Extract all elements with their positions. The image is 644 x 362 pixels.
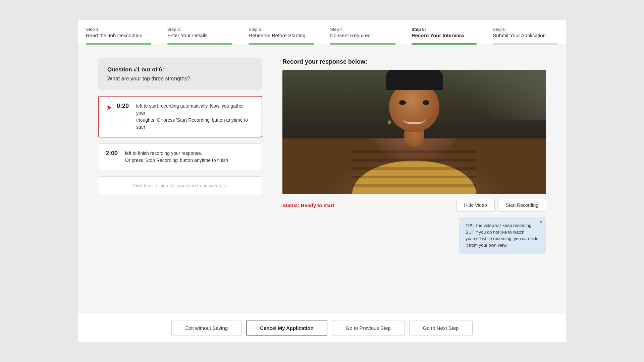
- cancel-application-button[interactable]: Cancel My Application: [246, 320, 327, 336]
- step-3-title: Rehearse Before Starting: [249, 33, 314, 42]
- tip-close-button[interactable]: ✕: [539, 220, 543, 224]
- svg-rect-1: [352, 150, 476, 153]
- person-body: [352, 140, 476, 194]
- step-6-title: Submit Your Application: [493, 33, 558, 42]
- skip-question-label: Click here to skip this question to answ…: [132, 183, 228, 188]
- step-5-bar: [412, 43, 477, 45]
- start-timer-box: ➤ 0:20 left to start recording automatic…: [98, 96, 262, 137]
- arrow-right-icon: ➤: [106, 103, 112, 112]
- tip-box: ✕ TIP: The video will keep recording BUT…: [459, 217, 546, 254]
- step-2: Step 2: Enter Your Details: [159, 20, 241, 45]
- step-6-number: Step 6:: [493, 27, 558, 32]
- status-row: Status: Ready to start Hide Video Start …: [282, 199, 546, 212]
- step-3-number: Step 3:: [249, 27, 314, 32]
- step-5-title: Record Your Interview: [412, 33, 477, 42]
- finish-timer-box: 2:00 left to finish recording your respo…: [98, 143, 262, 170]
- svg-rect-5: [352, 184, 476, 187]
- video-controls: Hide Video Start Recording: [456, 199, 546, 212]
- step-1-number: Step 1:: [86, 27, 151, 32]
- step-1-title: Read the Job Description: [86, 33, 151, 42]
- svg-rect-4: [352, 176, 476, 178]
- shirt-svg: [352, 140, 476, 194]
- start-timer-time: 0:20: [117, 103, 131, 110]
- step-1: Step 1: Read the Job Description: [78, 20, 159, 45]
- eye-right: [423, 100, 429, 105]
- finish-timer-desc: left to finish recording your response. …: [125, 150, 228, 164]
- start-timer-desc: left to start recording automatically. N…: [136, 103, 254, 131]
- step-5-number: Step 5:: [412, 27, 477, 32]
- step-1-bar: [86, 43, 151, 45]
- step-4: Step 4: Consent Required: [322, 20, 404, 45]
- step-2-title: Enter Your Details: [167, 33, 233, 42]
- step-6: Step 6: Submit Your Application: [485, 20, 566, 45]
- eye-left: [399, 100, 406, 105]
- earring: [388, 120, 391, 124]
- step-6-bar: [493, 43, 558, 45]
- person-hair: [386, 70, 443, 90]
- hide-video-button[interactable]: Hide Video: [456, 199, 494, 212]
- tip-label: TIP:: [466, 223, 474, 228]
- tip-text: TIP: The video will keep recording BUT i…: [466, 222, 539, 248]
- question-text: What are your top three strengths?: [107, 76, 253, 82]
- tip-content: The video will keep recording BUT if you…: [466, 223, 539, 248]
- smile: [402, 117, 426, 124]
- camera-preview: [282, 70, 546, 194]
- left-panel: Question #1 out of 6: What are your top …: [98, 58, 262, 300]
- start-recording-button[interactable]: Start Recording: [498, 199, 546, 212]
- step-3: Step 3: Rehearse Before Starting: [240, 20, 322, 45]
- right-panel: Record your response below:: [282, 58, 546, 300]
- step-3-bar: [249, 43, 314, 45]
- go-to-next-step-button[interactable]: Go to Next Step: [409, 320, 473, 336]
- question-box: Question #1 out of 6: What are your top …: [98, 58, 262, 90]
- question-label: Question #1 out of 6:: [107, 66, 253, 73]
- step-2-bar: [167, 43, 233, 45]
- step-4-bar: [330, 43, 395, 45]
- svg-rect-3: [352, 167, 476, 170]
- status-label: Status:: [282, 202, 300, 208]
- room-corner: [441, 70, 546, 120]
- step-2-number: Step 2:: [167, 27, 233, 32]
- content-area: Question #1 out of 6: What are your top …: [78, 45, 566, 314]
- steps-header: Step 1: Read the Job Description Step 2:…: [78, 20, 566, 45]
- exit-without-saving-button[interactable]: Exit without Saving: [171, 320, 241, 336]
- finish-timer-time: 2:00: [106, 150, 120, 157]
- footer: Exit without Saving Cancel My Applicatio…: [78, 314, 566, 342]
- go-to-previous-step-button[interactable]: Go to Previous Step: [332, 320, 405, 336]
- step-4-number: Step 4:: [330, 27, 395, 32]
- status-text: Status: Ready to start: [282, 202, 334, 208]
- status-value: Ready to start: [301, 202, 334, 208]
- main-container: Step 1: Read the Job Description Step 2:…: [78, 20, 566, 342]
- svg-rect-2: [352, 159, 476, 162]
- skip-question-button[interactable]: Click here to skip this question to answ…: [98, 176, 262, 195]
- step-4-title: Consent Required: [330, 33, 395, 42]
- video-frame: [282, 70, 546, 194]
- record-label: Record your response below:: [282, 58, 546, 65]
- step-5: Step 5: Record Your Interview: [404, 20, 485, 45]
